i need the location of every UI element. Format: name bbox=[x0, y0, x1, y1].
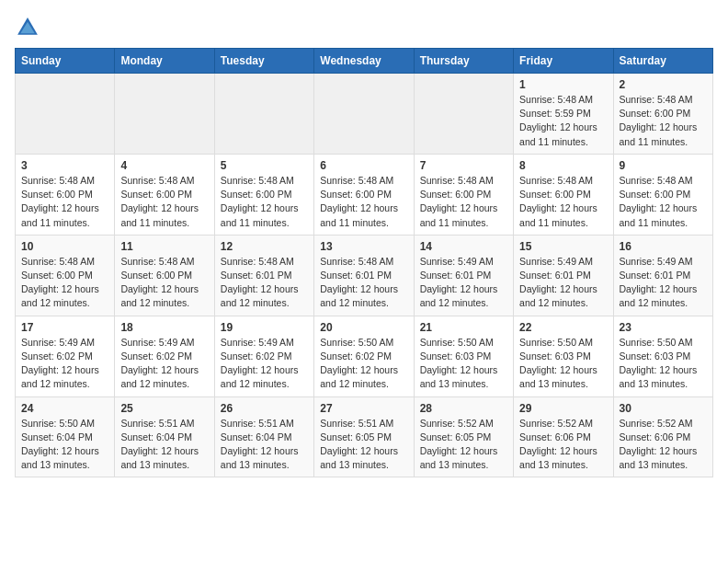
day-info: Sunrise: 5:48 AM Sunset: 6:00 PM Dayligh… bbox=[320, 174, 407, 230]
day-number: 2 bbox=[620, 78, 707, 91]
day-number: 25 bbox=[120, 402, 208, 415]
day-number: 30 bbox=[620, 402, 707, 415]
day-info: Sunrise: 5:48 AM Sunset: 6:01 PM Dayligh… bbox=[320, 255, 407, 311]
day-info: Sunrise: 5:49 AM Sunset: 6:01 PM Dayligh… bbox=[420, 255, 507, 311]
day-info: Sunrise: 5:48 AM Sunset: 6:00 PM Dayligh… bbox=[21, 255, 108, 311]
calendar-cell: 6Sunrise: 5:48 AM Sunset: 6:00 PM Daylig… bbox=[314, 154, 414, 235]
day-info: Sunrise: 5:51 AM Sunset: 6:05 PM Dayligh… bbox=[320, 417, 407, 473]
day-info: Sunrise: 5:48 AM Sunset: 6:00 PM Dayligh… bbox=[620, 93, 707, 149]
weekday-header: Wednesday bbox=[314, 49, 414, 74]
day-info: Sunrise: 5:50 AM Sunset: 6:04 PM Dayligh… bbox=[21, 417, 108, 473]
calendar-week-row: 3Sunrise: 5:48 AM Sunset: 6:00 PM Daylig… bbox=[16, 154, 713, 235]
calendar-week-row: 1Sunrise: 5:48 AM Sunset: 5:59 PM Daylig… bbox=[16, 74, 713, 155]
calendar-cell: 20Sunrise: 5:50 AM Sunset: 6:02 PM Dayli… bbox=[314, 316, 414, 396]
logo bbox=[15, 15, 44, 40]
calendar-cell: 7Sunrise: 5:48 AM Sunset: 6:00 PM Daylig… bbox=[414, 154, 513, 235]
calendar-week-row: 17Sunrise: 5:49 AM Sunset: 6:02 PM Dayli… bbox=[16, 316, 713, 396]
day-info: Sunrise: 5:48 AM Sunset: 6:00 PM Dayligh… bbox=[120, 255, 208, 311]
calendar-cell: 1Sunrise: 5:48 AM Sunset: 5:59 PM Daylig… bbox=[514, 74, 613, 155]
day-info: Sunrise: 5:48 AM Sunset: 6:00 PM Dayligh… bbox=[120, 174, 208, 230]
weekday-header: Saturday bbox=[613, 49, 712, 74]
day-info: Sunrise: 5:50 AM Sunset: 6:03 PM Dayligh… bbox=[620, 336, 707, 392]
calendar-header-row: SundayMondayTuesdayWednesdayThursdayFrid… bbox=[16, 49, 713, 74]
day-number: 16 bbox=[620, 240, 707, 253]
day-number: 8 bbox=[519, 159, 607, 172]
calendar-cell: 16Sunrise: 5:49 AM Sunset: 6:01 PM Dayli… bbox=[613, 235, 712, 316]
day-number: 26 bbox=[221, 402, 308, 415]
day-number: 21 bbox=[420, 321, 507, 334]
calendar-cell: 30Sunrise: 5:52 AM Sunset: 6:06 PM Dayli… bbox=[613, 396, 712, 477]
day-info: Sunrise: 5:52 AM Sunset: 6:05 PM Dayligh… bbox=[420, 417, 507, 473]
calendar-week-row: 24Sunrise: 5:50 AM Sunset: 6:04 PM Dayli… bbox=[16, 396, 713, 477]
day-info: Sunrise: 5:49 AM Sunset: 6:02 PM Dayligh… bbox=[120, 336, 208, 392]
calendar-cell bbox=[314, 74, 414, 155]
calendar-cell: 10Sunrise: 5:48 AM Sunset: 6:00 PM Dayli… bbox=[16, 235, 115, 316]
day-number: 10 bbox=[21, 240, 108, 253]
weekday-header: Friday bbox=[514, 49, 613, 74]
day-info: Sunrise: 5:52 AM Sunset: 6:06 PM Dayligh… bbox=[519, 417, 607, 473]
day-number: 12 bbox=[221, 240, 308, 253]
calendar-table: SundayMondayTuesdayWednesdayThursdayFrid… bbox=[15, 48, 713, 477]
day-number: 14 bbox=[420, 240, 507, 253]
calendar-cell: 26Sunrise: 5:51 AM Sunset: 6:04 PM Dayli… bbox=[214, 396, 313, 477]
calendar-cell: 29Sunrise: 5:52 AM Sunset: 6:06 PM Dayli… bbox=[514, 396, 613, 477]
day-info: Sunrise: 5:50 AM Sunset: 6:02 PM Dayligh… bbox=[320, 336, 407, 392]
calendar-cell: 13Sunrise: 5:48 AM Sunset: 6:01 PM Dayli… bbox=[314, 235, 414, 316]
day-number: 5 bbox=[221, 159, 308, 172]
calendar-cell: 11Sunrise: 5:48 AM Sunset: 6:00 PM Dayli… bbox=[115, 235, 214, 316]
page-header bbox=[15, 15, 713, 40]
calendar-cell bbox=[214, 74, 313, 155]
day-number: 17 bbox=[21, 321, 108, 334]
calendar-cell bbox=[115, 74, 214, 155]
calendar-week-row: 10Sunrise: 5:48 AM Sunset: 6:00 PM Dayli… bbox=[16, 235, 713, 316]
day-info: Sunrise: 5:48 AM Sunset: 6:01 PM Dayligh… bbox=[221, 255, 308, 311]
day-number: 13 bbox=[320, 240, 407, 253]
day-info: Sunrise: 5:48 AM Sunset: 6:00 PM Dayligh… bbox=[420, 174, 507, 230]
calendar-cell bbox=[414, 74, 513, 155]
day-number: 20 bbox=[320, 321, 407, 334]
day-info: Sunrise: 5:49 AM Sunset: 6:01 PM Dayligh… bbox=[620, 255, 707, 311]
day-info: Sunrise: 5:48 AM Sunset: 6:00 PM Dayligh… bbox=[519, 174, 607, 230]
calendar-cell: 2Sunrise: 5:48 AM Sunset: 6:00 PM Daylig… bbox=[613, 74, 712, 155]
day-number: 22 bbox=[519, 321, 607, 334]
day-number: 7 bbox=[420, 159, 507, 172]
weekday-header: Tuesday bbox=[214, 49, 313, 74]
weekday-header: Thursday bbox=[414, 49, 513, 74]
day-info: Sunrise: 5:51 AM Sunset: 6:04 PM Dayligh… bbox=[120, 417, 208, 473]
calendar-cell: 5Sunrise: 5:48 AM Sunset: 6:00 PM Daylig… bbox=[214, 154, 313, 235]
calendar-cell: 22Sunrise: 5:50 AM Sunset: 6:03 PM Dayli… bbox=[514, 316, 613, 396]
calendar-cell: 18Sunrise: 5:49 AM Sunset: 6:02 PM Dayli… bbox=[115, 316, 214, 396]
day-info: Sunrise: 5:51 AM Sunset: 6:04 PM Dayligh… bbox=[221, 417, 308, 473]
calendar-cell: 14Sunrise: 5:49 AM Sunset: 6:01 PM Dayli… bbox=[414, 235, 513, 316]
day-info: Sunrise: 5:49 AM Sunset: 6:02 PM Dayligh… bbox=[221, 336, 308, 392]
day-info: Sunrise: 5:48 AM Sunset: 6:00 PM Dayligh… bbox=[620, 174, 707, 230]
day-info: Sunrise: 5:50 AM Sunset: 6:03 PM Dayligh… bbox=[420, 336, 507, 392]
day-number: 23 bbox=[620, 321, 707, 334]
day-number: 4 bbox=[120, 159, 208, 172]
day-info: Sunrise: 5:48 AM Sunset: 6:00 PM Dayligh… bbox=[21, 174, 108, 230]
calendar-cell: 9Sunrise: 5:48 AM Sunset: 6:00 PM Daylig… bbox=[613, 154, 712, 235]
day-number: 19 bbox=[221, 321, 308, 334]
calendar-cell: 19Sunrise: 5:49 AM Sunset: 6:02 PM Dayli… bbox=[214, 316, 313, 396]
calendar-cell: 3Sunrise: 5:48 AM Sunset: 6:00 PM Daylig… bbox=[16, 154, 115, 235]
day-number: 1 bbox=[519, 78, 607, 91]
calendar-cell: 21Sunrise: 5:50 AM Sunset: 6:03 PM Dayli… bbox=[414, 316, 513, 396]
weekday-header: Monday bbox=[115, 49, 214, 74]
day-number: 9 bbox=[620, 159, 707, 172]
logo-icon bbox=[15, 15, 40, 40]
day-info: Sunrise: 5:48 AM Sunset: 5:59 PM Dayligh… bbox=[519, 93, 607, 149]
calendar-cell bbox=[16, 74, 115, 155]
day-info: Sunrise: 5:50 AM Sunset: 6:03 PM Dayligh… bbox=[519, 336, 607, 392]
day-number: 29 bbox=[519, 402, 607, 415]
calendar-cell: 24Sunrise: 5:50 AM Sunset: 6:04 PM Dayli… bbox=[16, 396, 115, 477]
calendar-cell: 15Sunrise: 5:49 AM Sunset: 6:01 PM Dayli… bbox=[514, 235, 613, 316]
day-number: 15 bbox=[519, 240, 607, 253]
day-number: 28 bbox=[420, 402, 507, 415]
day-number: 6 bbox=[320, 159, 407, 172]
day-number: 27 bbox=[320, 402, 407, 415]
weekday-header: Sunday bbox=[16, 49, 115, 74]
day-number: 18 bbox=[120, 321, 208, 334]
calendar-cell: 23Sunrise: 5:50 AM Sunset: 6:03 PM Dayli… bbox=[613, 316, 712, 396]
day-info: Sunrise: 5:52 AM Sunset: 6:06 PM Dayligh… bbox=[620, 417, 707, 473]
day-info: Sunrise: 5:48 AM Sunset: 6:00 PM Dayligh… bbox=[221, 174, 308, 230]
